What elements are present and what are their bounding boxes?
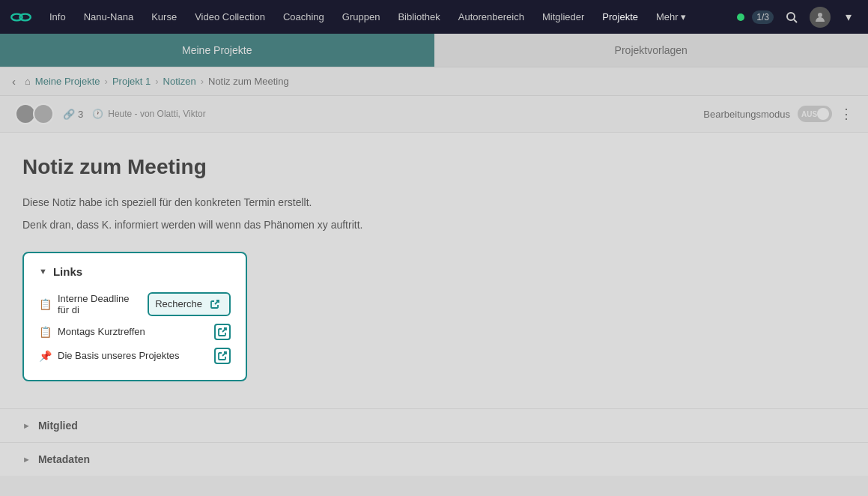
user-avatar[interactable] bbox=[810, 7, 831, 28]
link-item-1-highlight[interactable]: Recherche bbox=[148, 292, 231, 316]
avatar-2 bbox=[33, 103, 54, 124]
doc-header: 🔗 3 🕐 Heute - von Olatti, Viktor Bearbei… bbox=[0, 96, 868, 133]
doc-paragraph-1: Diese Notiz habe ich speziell für den ko… bbox=[22, 194, 846, 211]
links-caret-icon: ▼ bbox=[39, 267, 47, 276]
link-item-3: 📌 Die Basis unseres Projektes bbox=[39, 344, 231, 368]
breadcrumb-sep-3: › bbox=[201, 76, 204, 87]
doc-meta: 🕐 Heute - von Olatti, Viktor bbox=[92, 109, 206, 119]
breadcrumb-meine-projekte[interactable]: Meine Projekte bbox=[35, 76, 100, 87]
tabs-bar: Meine Projekte Projektvorlagen bbox=[0, 34, 868, 67]
link-count: 🔗 3 bbox=[63, 109, 83, 120]
link-item-2: 📋 Montags Kurztreffen bbox=[39, 320, 231, 344]
doc-paragraph-2: Denk dran, dass K. informiert werden wil… bbox=[22, 217, 846, 233]
svg-line-3 bbox=[794, 19, 797, 22]
search-icon[interactable] bbox=[781, 7, 802, 28]
link-item-2-icon: 📋 bbox=[39, 326, 52, 338]
nav-item-video-collection[interactable]: Video Collection bbox=[187, 7, 273, 27]
links-section-header[interactable]: ▼ Links bbox=[39, 265, 231, 278]
tab-meine-projekte[interactable]: Meine Projekte bbox=[0, 34, 434, 67]
breadcrumb-projekt-1[interactable]: Projekt 1 bbox=[112, 76, 151, 87]
nav-counter: 1/3 bbox=[752, 10, 774, 24]
svg-point-2 bbox=[787, 13, 795, 20]
nav-item-mehr[interactable]: Mehr ▾ bbox=[649, 7, 694, 27]
home-icon[interactable]: ⌂ bbox=[25, 76, 31, 87]
edit-mode-label: Bearbeitungsmodus bbox=[703, 109, 790, 120]
link-count-value: 3 bbox=[78, 109, 83, 120]
nav-item-bibliothek[interactable]: Bibliothek bbox=[390, 7, 447, 27]
mitglied-caret-icon: ► bbox=[22, 421, 31, 430]
nav-item-autorenbereich[interactable]: Autorenbereich bbox=[451, 7, 532, 27]
metadaten-section: ► Metadaten bbox=[0, 442, 868, 476]
nav-item-info[interactable]: Info bbox=[42, 7, 73, 27]
doc-body: Notiz zum Meeting Diese Notiz habe ich s… bbox=[0, 133, 868, 408]
toggle-label: AUS bbox=[801, 110, 817, 118]
links-section: ▼ Links 📋 Interne Deadline für di Recher… bbox=[22, 252, 247, 381]
links-section-title: Links bbox=[53, 265, 82, 278]
logo[interactable] bbox=[9, 5, 33, 29]
svg-point-4 bbox=[818, 13, 822, 17]
toggle-knob bbox=[817, 108, 829, 120]
metadaten-section-label: Metadaten bbox=[38, 453, 90, 465]
link-item-1-ext-icon[interactable] bbox=[207, 296, 223, 312]
mitglied-section-header[interactable]: ► Mitglied bbox=[22, 420, 846, 432]
link-item-2-ext-icon[interactable] bbox=[214, 324, 231, 340]
link-item-1-icon: 📋 bbox=[39, 298, 52, 310]
breadcrumb-current: Notiz zum Meeting bbox=[208, 76, 289, 87]
nav-item-coaching[interactable]: Coaching bbox=[276, 7, 332, 27]
nav-item-kurse[interactable]: Kurse bbox=[144, 7, 184, 27]
content-area: 🔗 3 🕐 Heute - von Olatti, Viktor Bearbei… bbox=[0, 96, 868, 476]
breadcrumb-notizen[interactable]: Notizen bbox=[163, 76, 196, 87]
nav-item-nanu-nana[interactable]: Nanu-Nana bbox=[76, 7, 142, 27]
mehr-chevron-icon: ▾ bbox=[681, 11, 686, 22]
edit-mode-toggle[interactable]: AUS bbox=[798, 106, 832, 122]
metadaten-section-header[interactable]: ► Metadaten bbox=[22, 453, 846, 465]
doc-meta-text: Heute - von Olatti, Viktor bbox=[108, 109, 206, 119]
navbar: Info Nanu-Nana Kurse Video Collection Co… bbox=[0, 0, 868, 34]
link-item-1: 📋 Interne Deadline für di Recherche bbox=[39, 288, 231, 320]
user-menu-chevron-icon[interactable]: ▾ bbox=[838, 7, 859, 28]
breadcrumb-sep-1: › bbox=[105, 76, 108, 87]
nav-item-gruppen[interactable]: Gruppen bbox=[335, 7, 388, 27]
breadcrumb-sep-2: › bbox=[155, 76, 158, 87]
link-item-1-highlight-text: Recherche bbox=[155, 298, 202, 309]
nav-item-projekte[interactable]: Projekte bbox=[595, 7, 646, 27]
online-status-icon bbox=[737, 13, 744, 21]
link-count-icon: 🔗 bbox=[63, 109, 75, 120]
back-button[interactable]: ‹ bbox=[12, 75, 16, 88]
clock-icon: 🕐 bbox=[92, 109, 103, 119]
breadcrumb: ‹ ⌂ Meine Projekte › Projekt 1 › Notizen… bbox=[0, 67, 868, 96]
tab-projektvorlagen[interactable]: Projektvorlagen bbox=[434, 34, 869, 67]
mitglied-section-label: Mitglied bbox=[38, 420, 78, 432]
metadaten-caret-icon: ► bbox=[22, 455, 31, 464]
link-item-3-label: Die Basis unseres Projektes bbox=[58, 350, 208, 361]
navbar-right: 1/3 ▾ bbox=[737, 7, 859, 28]
link-item-2-label: Montags Kurztreffen bbox=[58, 326, 208, 337]
link-item-3-icon: 📌 bbox=[39, 350, 52, 362]
doc-title: Notiz zum Meeting bbox=[22, 155, 846, 179]
link-item-3-ext-icon[interactable] bbox=[214, 348, 231, 364]
doc-header-right: Bearbeitungsmodus AUS ⋮ bbox=[703, 106, 853, 122]
doc-more-button[interactable]: ⋮ bbox=[840, 106, 853, 122]
nav-item-mitglieder[interactable]: Mitglieder bbox=[535, 7, 592, 27]
link-item-1-label: Interne Deadline für di bbox=[58, 293, 142, 315]
avatar-group bbox=[15, 103, 54, 124]
mitglied-section: ► Mitglied bbox=[0, 408, 868, 442]
